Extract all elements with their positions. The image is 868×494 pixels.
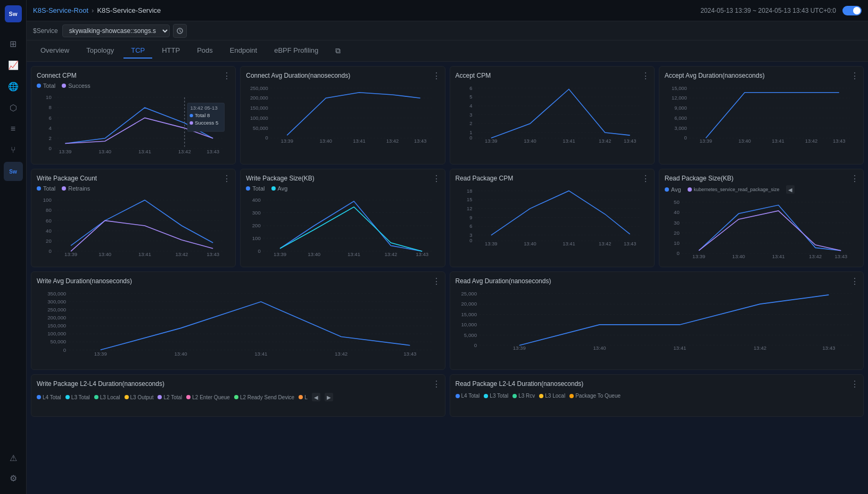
legend-total3-label: Total — [252, 185, 264, 192]
svg-text:13:43: 13:43 — [822, 345, 835, 351]
chart-write-pkg-count-menu[interactable]: ⋮ — [222, 174, 231, 184]
tab-ebpf[interactable]: eBPF Profiling — [267, 43, 326, 59]
chart-connect-cpm-menu[interactable]: ⋮ — [222, 71, 231, 81]
chart-accept-avg-svg: 15,000 12,000 9,000 6,000 3,000 0 13:39 … — [665, 83, 858, 146]
tab-endpoint[interactable]: Endpoint — [222, 43, 264, 59]
legend-l3-local-r-label: L3 Local — [545, 393, 565, 399]
legend-l3-total-r-label: L3 Total — [490, 393, 508, 399]
legend-total2-dot — [37, 186, 41, 191]
svg-text:13:39: 13:39 — [64, 251, 77, 257]
chart-connect-avg-menu[interactable]: ⋮ — [432, 71, 441, 81]
breadcrumb-root[interactable]: K8S-Service-Root — [33, 6, 88, 14]
legend-l2-ready-send-w: L2 Ready Send Device — [234, 393, 294, 401]
chart-write-pkg-size-svg: 400 300 200 100 0 13:39 13:40 13:41 13:4… — [246, 194, 439, 258]
legend-scroll-left-w[interactable]: ◀ — [312, 393, 320, 401]
chart-read-pkg-size-legend: Avg kubernetes_service_read_package_size… — [665, 185, 858, 194]
legend-l2-ready-send-w-dot — [234, 395, 238, 399]
svg-text:Total    8: Total 8 — [195, 112, 210, 118]
legend-retrains-dot — [62, 186, 66, 191]
legend-avg2: Avg — [665, 185, 681, 194]
svg-text:20,000: 20,000 — [461, 301, 477, 307]
svg-text:13:42: 13:42 — [386, 138, 399, 144]
chart-read-avg-menu[interactable]: ⋮ — [850, 276, 859, 286]
tab-copy-icon[interactable]: ⧉ — [332, 45, 344, 57]
svg-text:13:39: 13:39 — [59, 149, 71, 154]
svg-text:13:43: 13:43 — [206, 149, 219, 154]
auto-refresh-toggle[interactable] — [842, 6, 862, 15]
chart-write-l2l4-legend: L4 Total L3 Total L3 Local L3 Output L2 … — [37, 391, 440, 404]
legend-l3-total-r: L3 Total — [484, 393, 508, 399]
main-content: Overview Topology TCP HTTP Pods Endpoint… — [27, 40, 868, 494]
tab-pods[interactable]: Pods — [189, 43, 220, 59]
svg-text:250,000: 250,000 — [47, 307, 67, 312]
svg-text:20: 20 — [674, 230, 680, 236]
legend-l2-enter-queue-w: L2 Enter Queue — [186, 393, 230, 401]
sidebar-item-topology[interactable]: ⬡ — [4, 98, 23, 117]
tab-overview[interactable]: Overview — [33, 43, 77, 59]
chart-read-avg-duration: Read Avg Duration(nanoseconds) ⋮ 25,000 … — [450, 271, 864, 370]
svg-text:13:43: 13:43 — [833, 138, 845, 144]
sidebar-item-home[interactable]: ⊞ — [4, 34, 23, 53]
service-select[interactable]: skywalking-showcase::songs.s — [62, 24, 170, 37]
svg-text:5,000: 5,000 — [464, 332, 477, 338]
svg-text:13:41: 13:41 — [138, 251, 151, 257]
chart-accept-avg-menu[interactable]: ⋮ — [850, 71, 859, 81]
legend-total3-dot — [246, 186, 250, 191]
legend-l3-total-w-label: L3 Total — [71, 394, 90, 400]
chart-write-avg-duration: Write Avg Duration(nanoseconds) ⋮ 350,00… — [31, 271, 445, 370]
svg-text:13:39: 13:39 — [274, 251, 286, 257]
legend-k8s-read-label: kubernetes_service_read_package_size — [694, 187, 780, 192]
breadcrumb: K8S-Service-Root › K8S-Service-Service — [33, 6, 161, 14]
svg-text:2: 2 — [48, 135, 51, 141]
chart-write-pkg-size-legend: Total Avg — [246, 185, 439, 192]
chart-write-pkg-count-legend: Total Retrains — [37, 185, 230, 192]
chart-accept-cpm-menu[interactable]: ⋮ — [641, 71, 650, 81]
svg-text:13:39: 13:39 — [94, 351, 107, 357]
legend-scroll-right-w[interactable]: ▶ — [325, 393, 333, 401]
svg-text:13:41: 13:41 — [772, 253, 784, 259]
legend-pkg-queue-r-label: Package To Queue — [575, 393, 621, 399]
chart-read-avg-title: Read Avg Duration(nanoseconds) — [456, 277, 858, 285]
svg-text:20: 20 — [46, 238, 52, 244]
svg-text:0: 0 — [676, 250, 679, 256]
sidebar-item-globe[interactable]: 🌐 — [4, 77, 23, 96]
svg-text:300: 300 — [252, 210, 261, 216]
svg-text:4: 4 — [469, 103, 472, 109]
sidebar-item-sw[interactable]: Sw — [4, 162, 23, 181]
svg-text:2: 2 — [469, 120, 472, 126]
chart-read-l2l4-menu[interactable]: ⋮ — [850, 379, 859, 389]
legend-l3-total-w-dot — [65, 395, 70, 399]
chart-write-avg-menu[interactable]: ⋮ — [432, 276, 441, 286]
chart-write-l2l4-menu[interactable]: ⋮ — [432, 379, 441, 389]
chart-accept-avg-duration: Accept Avg Duration(nanoseconds) ⋮ 15,00… — [659, 66, 864, 164]
legend-pkg-queue-r-dot — [569, 394, 574, 398]
svg-text:0: 0 — [258, 248, 261, 254]
chart-connect-cpm: Connect CPM ⋮ Total Success — [31, 66, 236, 164]
chart-write-pkg-count-svg: 100 80 60 40 20 0 13:39 13:40 13:41 13:4… — [37, 194, 230, 258]
chart-read-pkg-cpm: Read Package CPM ⋮ 18 15 12 9 6 3 0 13:3… — [450, 169, 655, 267]
sidebar-item-branch[interactable]: ⑂ — [4, 141, 23, 160]
chart-accept-cpm-title: Accept CPM — [456, 72, 649, 79]
chart-write-l2l4: Write Package L2-L4 Duration(nanoseconds… — [31, 374, 445, 417]
tab-tcp[interactable]: TCP — [123, 43, 152, 59]
service-icon-button[interactable] — [173, 24, 187, 38]
svg-text:50,000: 50,000 — [51, 339, 67, 344]
sidebar-item-chart[interactable]: 📈 — [4, 55, 23, 75]
chart-read-pkg-cpm-menu[interactable]: ⋮ — [641, 174, 650, 184]
legend-l3-local-w: L3 Local — [94, 393, 120, 401]
sidebar-item-alerts[interactable]: ⚠ — [4, 448, 23, 467]
chart-read-pkg-size-menu[interactable]: ⋮ — [850, 174, 859, 184]
tab-topology[interactable]: Topology — [79, 43, 121, 59]
svg-text:150,000: 150,000 — [250, 105, 268, 111]
tab-http[interactable]: HTTP — [154, 43, 187, 59]
svg-text:13:39: 13:39 — [699, 138, 712, 144]
svg-text:13:42: 13:42 — [809, 253, 822, 259]
svg-text:200,000: 200,000 — [250, 95, 268, 101]
app-logo: Sw — [5, 5, 22, 22]
svg-text:250,000: 250,000 — [250, 85, 268, 91]
legend-scroll-right[interactable]: ◀ — [786, 185, 795, 194]
sidebar-item-settings[interactable]: ⚙ — [4, 468, 23, 488]
svg-text:3: 3 — [469, 112, 472, 118]
sidebar-item-list[interactable]: ≡ — [4, 119, 23, 138]
chart-write-pkg-size-menu[interactable]: ⋮ — [432, 174, 441, 184]
